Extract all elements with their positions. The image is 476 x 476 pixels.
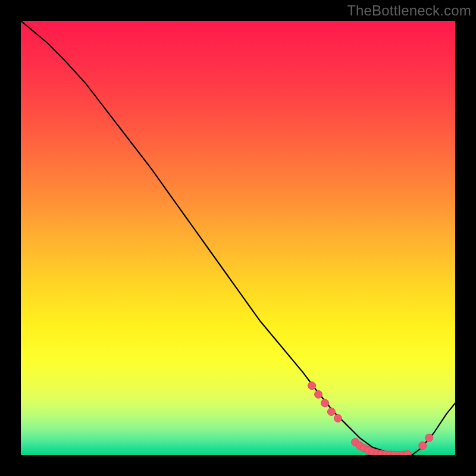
gradient-background	[21, 21, 455, 455]
plot-svg	[21, 21, 455, 455]
marker-point	[321, 399, 329, 407]
marker-point	[315, 390, 322, 398]
marker-point	[308, 382, 316, 390]
marker-point	[425, 434, 433, 441]
chart-frame: TheBottleneck.com	[0, 0, 476, 476]
marker-point	[403, 450, 411, 455]
watermark-text: TheBottleneck.com	[347, 2, 471, 19]
marker-point	[419, 441, 427, 449]
plot-area	[21, 21, 455, 455]
marker-point	[334, 414, 342, 422]
marker-point	[327, 408, 335, 416]
